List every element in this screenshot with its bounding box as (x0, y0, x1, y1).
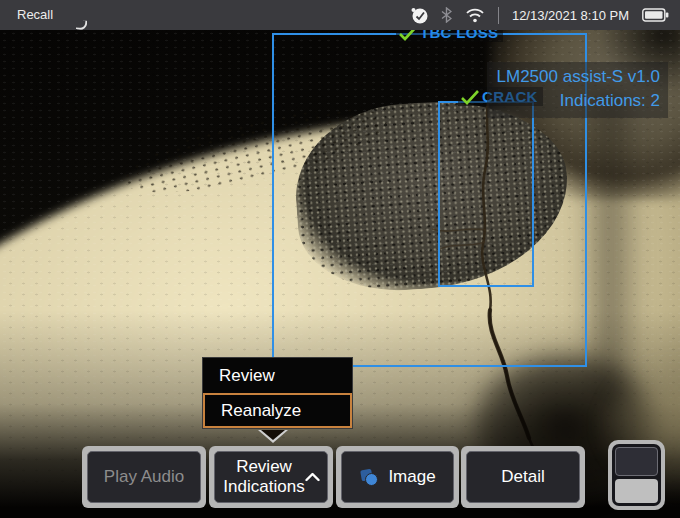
analysis-info: LM2500 assist-S v1.0 Indications: 2 (487, 62, 668, 118)
toggle-bottom-pane (615, 479, 658, 503)
image-stack-icon (359, 468, 380, 487)
image-frame: Image (336, 446, 459, 508)
split-screen-toggle-button[interactable] (612, 444, 661, 506)
model-name: LM2500 assist-S v1.0 (497, 65, 660, 89)
check-icon (460, 89, 480, 105)
detection-box-crack[interactable] (438, 101, 534, 287)
recall-screen: Recall 12/13/2021 8:10 PM (0, 0, 680, 518)
battery-icon (642, 8, 669, 22)
play-audio-frame: Play Audio (82, 446, 206, 508)
detail-frame: Detail (461, 446, 585, 508)
detail-button[interactable]: Detail (466, 451, 580, 503)
indications-count: Indications: 2 (497, 89, 660, 113)
review-indications-menu: Review Reanalyze (202, 357, 353, 429)
split-screen-toggle-frame (608, 440, 665, 510)
menu-item-reanalyze[interactable]: Reanalyze (203, 393, 352, 428)
status-icons: 12/13/2021 8:10 PM (411, 0, 669, 30)
review-indications-button[interactable]: Review Indications (214, 451, 328, 503)
status-bar: Recall 12/13/2021 8:10 PM (0, 0, 680, 30)
review-indications-frame: Review Indications (209, 446, 333, 508)
wifi-icon (465, 8, 485, 23)
menu-item-label: Review (219, 366, 275, 386)
button-label: Play Audio (104, 467, 184, 487)
statusbar-divider (498, 7, 499, 24)
menu-item-review[interactable]: Review (203, 358, 352, 393)
toggle-top-pane (615, 447, 658, 476)
image-button[interactable]: Image (341, 451, 454, 503)
datetime-label: 12/13/2021 8:10 PM (512, 8, 629, 23)
button-label: Image (388, 467, 435, 487)
connect-check-icon (411, 7, 428, 24)
mode-label: Recall (17, 7, 53, 22)
chevron-up-icon (305, 473, 320, 482)
button-label: Detail (501, 467, 544, 487)
menu-pointer-arrow (258, 430, 288, 444)
bluetooth-icon (441, 7, 452, 23)
menu-item-label: Reanalyze (221, 401, 301, 421)
play-audio-button[interactable]: Play Audio (87, 451, 201, 503)
